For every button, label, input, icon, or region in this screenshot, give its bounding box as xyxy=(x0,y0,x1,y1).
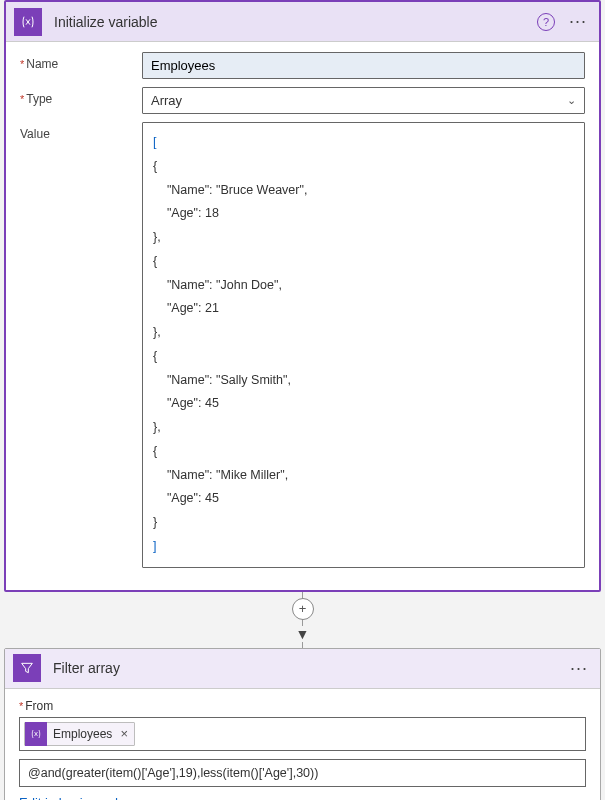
help-icon[interactable]: ? xyxy=(537,13,555,31)
add-step-button[interactable]: + xyxy=(292,598,314,620)
edit-basic-mode-link[interactable]: Edit in basic mode xyxy=(19,795,586,801)
variable-icon xyxy=(25,722,47,746)
name-input[interactable] xyxy=(142,52,585,79)
card-body: Name Type Array ⌄ Value [{ "Name": "Bruc… xyxy=(6,42,599,590)
card-header[interactable]: Initialize variable ? ··· xyxy=(6,2,599,42)
from-input[interactable]: Employees × xyxy=(19,717,586,751)
token-remove-icon[interactable]: × xyxy=(118,726,128,741)
more-menu-icon[interactable]: ··· xyxy=(565,11,591,32)
expression-input[interactable]: @and(greater(item()['Age'],19),less(item… xyxy=(19,759,586,787)
name-label: Name xyxy=(20,52,142,71)
type-select-value: Array xyxy=(151,93,182,108)
arrow-down-icon: ▼ xyxy=(294,626,312,642)
token-text: Employees xyxy=(47,727,118,741)
card-body: From Employees × @and(greater(item()['Ag… xyxy=(5,689,600,801)
card-title: Initialize variable xyxy=(42,14,537,30)
card-header[interactable]: Filter array ··· xyxy=(5,649,600,689)
value-label: Value xyxy=(20,122,142,141)
chevron-down-icon: ⌄ xyxy=(567,94,576,107)
from-label: From xyxy=(19,699,586,713)
filter-icon xyxy=(13,654,41,682)
connector: + ▼ xyxy=(0,592,605,648)
type-label: Type xyxy=(20,87,142,106)
variable-icon xyxy=(14,8,42,36)
token-employees[interactable]: Employees × xyxy=(24,722,135,746)
initialize-variable-card: Initialize variable ? ··· Name Type Arra… xyxy=(4,0,601,592)
filter-array-card: Filter array ··· From Employees × @and(g… xyxy=(4,648,601,801)
type-select[interactable]: Array ⌄ xyxy=(142,87,585,114)
value-textarea[interactable]: [{ "Name": "Bruce Weaver", "Age": 18},{ … xyxy=(142,122,585,568)
more-menu-icon[interactable]: ··· xyxy=(566,658,592,679)
card-title: Filter array xyxy=(41,660,566,676)
